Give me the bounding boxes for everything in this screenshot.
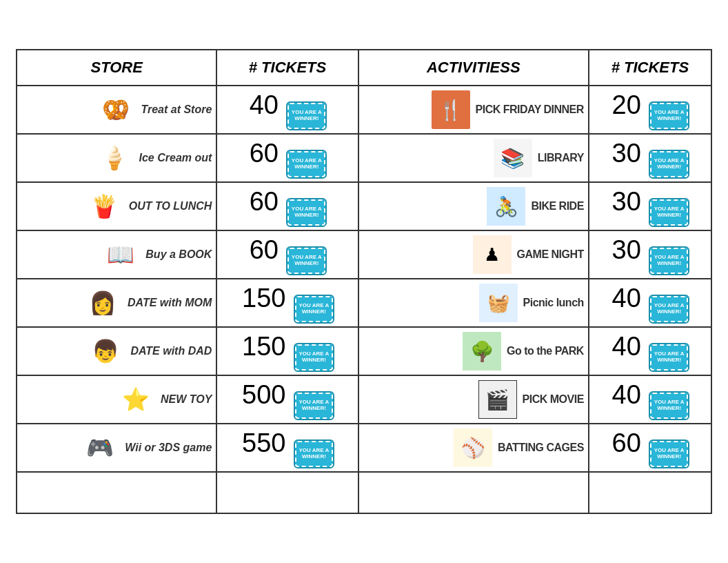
store-label: Wii or 3DS game (125, 442, 212, 454)
store-icon: ⭐ (115, 379, 156, 420)
store-label: DATE with MOM (128, 297, 212, 309)
store-cell: 🥨 Treat at Store (17, 86, 216, 134)
activity-label: Go to the PARK (507, 345, 584, 357)
activity-cell: ⚾ BATTING CAGES (358, 424, 589, 472)
activity-icon: ⚾ (454, 428, 492, 467)
activity-icon: 📚 (494, 139, 532, 177)
activity-cell: 🎬 PICK MOVIE (358, 375, 589, 424)
activity-icon: 🧺 (479, 284, 518, 322)
store-icon: 👦 (85, 330, 126, 372)
activity-icon: 🚴 (487, 187, 525, 226)
header-activities: ACTIVITIESS (358, 50, 589, 86)
store-ticket-badge: YOU ARE A WINNER! (287, 103, 325, 129)
activity-cell: 🚴 BIKE RIDE (358, 182, 589, 230)
store-ticket-number: 500 (242, 380, 285, 409)
store-cell: ⭐ NEW TOY (17, 375, 216, 424)
activity-icon-box: 📚 (492, 137, 534, 179)
activity-ticket-number: 40 (612, 380, 641, 409)
store-ticket-badge: YOU ARE A WINNER! (295, 344, 333, 371)
store-label: OUT TO LUNCH (129, 200, 212, 213)
store-ticket-badge: YOU ARE A WINNER! (295, 441, 333, 467)
store-label: Treat at Store (141, 103, 212, 116)
store-icon: 🍟 (83, 186, 125, 227)
activity-ticket-badge: YOU ARE A WINNER! (650, 441, 688, 467)
empty-cell (358, 472, 589, 513)
activity-ticket-badge: YOU ARE A WINNER! (650, 248, 688, 274)
store-icon: 📖 (100, 234, 141, 275)
store-ticket-number: 40 (250, 90, 279, 119)
activity-icon-box: 🍴 (430, 89, 472, 130)
activity-icon: ♟ (473, 235, 512, 274)
activity-label: GAME NIGHT (517, 248, 584, 261)
store-cell: 🍦 Ice Cream out (17, 134, 216, 182)
activity-icon-box: 🧺 (478, 282, 519, 324)
header-tickets-1: # TICKETS (216, 50, 358, 86)
store-icon: 🍦 (94, 137, 135, 179)
activity-tickets-cell: 40 YOU ARE A WINNER! (589, 375, 711, 424)
activity-cell: ♟ GAME NIGHT (358, 230, 589, 279)
store-ticket-number: 550 (242, 428, 285, 457)
store-cell: 👩 DATE with MOM (17, 279, 216, 327)
activity-cell: 📚 LIBRARY (358, 134, 589, 182)
activity-ticket-number: 20 (612, 90, 641, 119)
activity-icon-box: 🎬 (477, 379, 518, 420)
activity-ticket-badge: YOU ARE A WINNER! (650, 199, 688, 226)
activity-ticket-number: 30 (612, 187, 641, 216)
activity-ticket-number: 30 (612, 235, 641, 264)
store-tickets-cell: 40 YOU ARE A WINNER! (216, 86, 358, 134)
store-cell: 📖 Buy a BOOK (17, 230, 216, 279)
store-icon: 🥨 (95, 89, 136, 130)
store-ticket-badge: YOU ARE A WINNER! (295, 296, 333, 322)
activity-tickets-cell: 30 YOU ARE A WINNER! (589, 134, 711, 182)
store-ticket-badge: YOU ARE A WINNER! (287, 199, 325, 226)
empty-cell (216, 472, 358, 513)
activity-cell: 🌳 Go to the PARK (358, 327, 589, 375)
activity-tickets-cell: 40 YOU ARE A WINNER! (589, 327, 711, 375)
activity-label: PICK FRIDAY DINNER (476, 103, 584, 116)
activity-ticket-number: 30 (612, 139, 641, 168)
empty-cell (589, 472, 711, 513)
store-tickets-cell: 550 YOU ARE A WINNER! (216, 424, 358, 472)
activity-ticket-badge: YOU ARE A WINNER! (650, 296, 688, 322)
store-ticket-number: 150 (242, 332, 285, 361)
activity-icon: 🍴 (432, 90, 470, 129)
activity-ticket-number: 60 (612, 428, 641, 457)
rewards-table: STORE # TICKETS ACTIVITIESS # TICKETS 🥨 … (16, 49, 712, 514)
store-icon: 👩 (82, 282, 123, 324)
store-ticket-badge: YOU ARE A WINNER! (295, 393, 333, 419)
activity-tickets-cell: 40 YOU ARE A WINNER! (589, 279, 711, 327)
activity-label: BATTING CAGES (498, 442, 584, 454)
store-ticket-badge: YOU ARE A WINNER! (287, 248, 325, 274)
store-label: NEW TOY (161, 393, 212, 406)
store-tickets-cell: 60 YOU ARE A WINNER! (216, 134, 358, 182)
activity-tickets-cell: 30 YOU ARE A WINNER! (589, 182, 711, 230)
activity-cell: 🧺 Picnic lunch (358, 279, 589, 327)
store-label: DATE with DAD (130, 345, 212, 357)
header-store: STORE (17, 50, 216, 86)
activity-label: Picnic lunch (523, 297, 584, 309)
store-tickets-cell: 150 YOU ARE A WINNER! (216, 279, 358, 327)
store-ticket-number: 150 (242, 284, 285, 313)
activity-ticket-badge: YOU ARE A WINNER! (650, 151, 688, 177)
store-ticket-number: 60 (250, 235, 279, 264)
store-cell: 🍟 OUT TO LUNCH (17, 182, 216, 230)
store-label: Ice Cream out (139, 152, 212, 164)
store-tickets-cell: 500 YOU ARE A WINNER! (216, 375, 358, 424)
activity-ticket-badge: YOU ARE A WINNER! (650, 103, 688, 129)
activity-tickets-cell: 20 YOU ARE A WINNER! (589, 86, 711, 134)
activity-ticket-number: 40 (612, 332, 641, 361)
store-icon: 🎮 (79, 427, 121, 468)
activity-icon-box: 🚴 (485, 186, 527, 227)
store-cell: 👦 DATE with DAD (17, 327, 216, 375)
activity-label: BIKE RIDE (531, 200, 583, 213)
activity-icon-box: ♟ (472, 234, 513, 275)
activity-label: LIBRARY (538, 152, 584, 164)
activity-icon-box: 🌳 (461, 330, 503, 372)
store-label: Buy a BOOK (145, 248, 212, 261)
store-ticket-number: 60 (250, 187, 279, 216)
activity-tickets-cell: 30 YOU ARE A WINNER! (589, 230, 711, 279)
store-ticket-badge: YOU ARE A WINNER! (287, 151, 325, 177)
store-cell: 🎮 Wii or 3DS game (17, 424, 216, 472)
empty-cell (17, 472, 216, 513)
store-ticket-number: 60 (250, 139, 279, 168)
